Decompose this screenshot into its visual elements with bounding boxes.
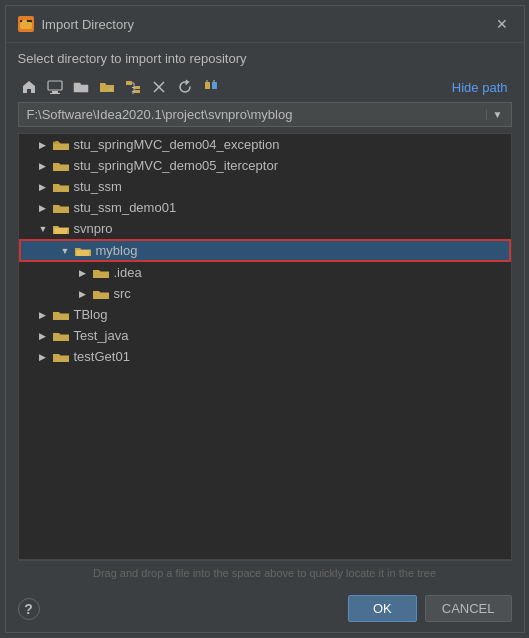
svg-rect-8 <box>134 86 140 89</box>
bookmark-btn[interactable] <box>200 76 222 98</box>
tree-item-label: Test_java <box>74 328 129 343</box>
folder-icon <box>53 350 69 364</box>
footer-buttons: OK CANCEL <box>348 595 512 622</box>
folder-icon <box>53 180 69 194</box>
chevron-right-icon: ▶ <box>79 289 89 299</box>
import-directory-dialog: Import Directory ✕ Select directory to i… <box>5 5 525 633</box>
hide-path-btn[interactable]: Hide path <box>448 78 512 97</box>
svg-rect-2 <box>22 20 27 23</box>
svg-rect-5 <box>50 93 60 94</box>
ok-button[interactable]: OK <box>348 595 417 622</box>
svg-rect-4 <box>52 91 58 93</box>
dialog-title: Import Directory <box>42 17 134 32</box>
list-item[interactable]: ▶ stu_ssm <box>19 176 511 197</box>
tree-item-label: src <box>114 286 131 301</box>
tree-item-label: stu_ssm <box>74 179 122 194</box>
chevron-right-icon: ▶ <box>79 268 89 278</box>
svg-rect-15 <box>212 82 217 89</box>
list-item[interactable]: ▶ .idea <box>19 262 511 283</box>
folder-icon <box>53 138 69 152</box>
path-text: F:\Software\Idea2020.1\project\svnpro\my… <box>27 107 482 122</box>
list-item[interactable]: ▶ stu_springMVC_demo04_exception <box>19 134 511 155</box>
tree-item-label: TBlog <box>74 307 108 322</box>
chevron-right-icon: ▶ <box>39 203 49 213</box>
folder-icon <box>53 159 69 173</box>
dialog-icon <box>18 16 34 32</box>
svg-rect-3 <box>48 81 62 90</box>
chevron-down-icon: ▼ <box>61 246 71 256</box>
list-item[interactable]: ▶ stu_springMVC_demo05_iterceptor <box>19 155 511 176</box>
chevron-right-icon: ▶ <box>39 310 49 320</box>
list-item[interactable]: ▶ TBlog <box>19 304 511 325</box>
list-item[interactable]: ▶ Test_java <box>19 325 511 346</box>
delete-btn[interactable] <box>148 76 170 98</box>
tree-item-label: stu_springMVC_demo04_exception <box>74 137 280 152</box>
path-bar: F:\Software\Idea2020.1\project\svnpro\my… <box>18 102 512 127</box>
svg-rect-18 <box>53 142 59 144</box>
list-item[interactable]: ▼ svnpro <box>19 218 511 239</box>
tree-item-label: svnpro <box>74 221 113 236</box>
chevron-right-icon: ▶ <box>39 352 49 362</box>
chevron-down-icon: ▼ <box>39 224 49 234</box>
subtitle: Select directory to import into reposito… <box>6 43 524 72</box>
new-folder-btn[interactable]: + <box>96 76 118 98</box>
svg-text:+: + <box>108 85 113 94</box>
list-item[interactable]: ▶ stu_ssm_demo01 <box>19 197 511 218</box>
folder-tree-btn[interactable] <box>122 76 144 98</box>
cancel-button[interactable]: CANCEL <box>425 595 512 622</box>
drag-hint: Drag and drop a file into the space abov… <box>18 560 512 585</box>
tree-item-label: .idea <box>114 265 142 280</box>
folder-open-icon <box>53 222 69 236</box>
tree-item-label: stu_springMVC_demo05_iterceptor <box>74 158 279 173</box>
svg-rect-1 <box>20 22 32 29</box>
tree-item-label: stu_ssm_demo01 <box>74 200 177 215</box>
chevron-right-icon: ▶ <box>39 182 49 192</box>
tree-item-label: myblog <box>96 243 138 258</box>
list-item[interactable]: ▼ myblog <box>19 239 511 262</box>
toolbar: + <box>6 72 524 102</box>
refresh-btn[interactable] <box>174 76 196 98</box>
chevron-right-icon: ▶ <box>39 161 49 171</box>
tree-item-label: testGet01 <box>74 349 130 364</box>
list-item[interactable]: ▶ src <box>19 283 511 304</box>
folder-icon <box>53 329 69 343</box>
desktop-btn[interactable] <box>44 76 66 98</box>
close-button[interactable]: ✕ <box>492 14 512 34</box>
chevron-right-icon: ▶ <box>39 331 49 341</box>
folder-open-icon <box>75 244 91 258</box>
home-btn[interactable] <box>18 76 40 98</box>
list-item[interactable]: ▶ testGet01 <box>19 346 511 367</box>
footer: ? OK CANCEL <box>6 585 524 632</box>
chevron-right-icon: ▶ <box>39 140 49 150</box>
path-dropdown-btn[interactable]: ▼ <box>486 109 503 120</box>
folder-icon <box>93 266 109 280</box>
folder-icon <box>53 201 69 215</box>
title-bar-left: Import Directory <box>18 16 134 32</box>
folder-up-btn[interactable] <box>70 76 92 98</box>
svg-rect-7 <box>126 81 132 85</box>
file-tree[interactable]: ▶ stu_springMVC_demo04_exception ▶ stu_s… <box>18 133 512 560</box>
title-bar: Import Directory ✕ <box>6 6 524 43</box>
svg-rect-14 <box>205 82 210 89</box>
help-button[interactable]: ? <box>18 598 40 620</box>
folder-icon <box>93 287 109 301</box>
svg-rect-9 <box>134 90 140 93</box>
folder-icon <box>53 308 69 322</box>
